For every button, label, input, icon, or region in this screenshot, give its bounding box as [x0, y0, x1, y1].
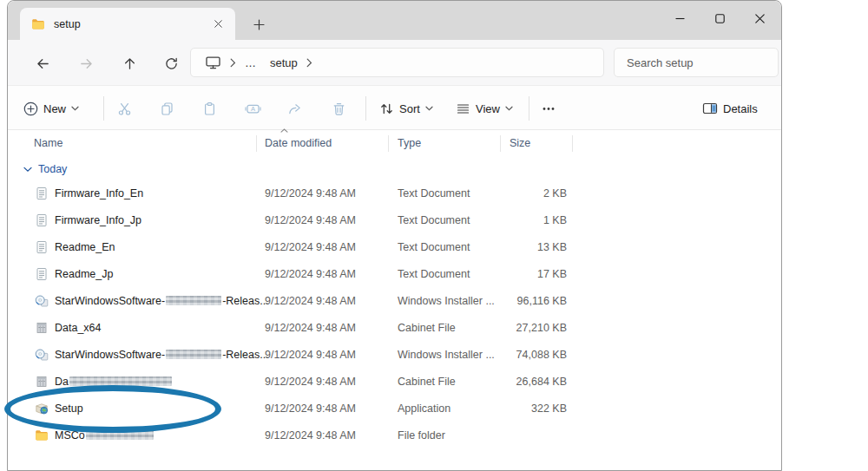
file-type: Cabinet File: [398, 322, 456, 334]
maximize-button[interactable]: [700, 1, 740, 36]
file-date-modified: 9/12/2024 9:48 AM: [265, 241, 356, 253]
file-row[interactable]: Firmware_Info_En9/12/2024 9:48 AMText Do…: [8, 180, 781, 207]
chevron-down-icon[interactable]: [23, 167, 32, 173]
file-date-modified: 9/12/2024 9:48 AM: [265, 402, 356, 415]
share-button[interactable]: [287, 95, 302, 122]
redacted-text: [69, 376, 172, 386]
windows-installer-icon: [35, 348, 49, 362]
file-row[interactable]: MSCo9/12/2024 9:48 AMFile folder: [8, 422, 781, 449]
new-tab-button[interactable]: [247, 13, 270, 36]
chevron-down-icon: [425, 106, 433, 111]
file-row[interactable]: StarWindowsSoftware--Releas...9/12/2024 …: [8, 342, 781, 369]
close-button[interactable]: [740, 1, 779, 36]
file-name: StarWindowsSoftware--Releas...: [55, 295, 269, 307]
refresh-button[interactable]: [159, 51, 183, 75]
file-date-modified: 9/12/2024 9:48 AM: [265, 295, 356, 307]
sort-button[interactable]: Sort: [379, 95, 433, 122]
paste-button[interactable]: [202, 95, 217, 122]
cabinet-file-icon: [35, 375, 49, 389]
plus-circle-icon: [23, 101, 38, 116]
column-separator[interactable]: [388, 135, 389, 152]
search-box[interactable]: [614, 48, 779, 77]
file-row[interactable]: StarWindowsSoftware--Releas...9/12/2024 …: [8, 288, 781, 315]
command-bar: New A Sort View Details: [8, 85, 781, 130]
details-panel-icon: [702, 101, 718, 115]
up-button[interactable]: [117, 51, 141, 75]
new-label: New: [43, 102, 66, 115]
file-size: 2 KB: [459, 187, 567, 200]
file-date-modified: 9/12/2024 9:48 AM: [265, 376, 356, 388]
file-name: Readme_En: [55, 241, 115, 253]
view-button[interactable]: View: [456, 95, 513, 122]
text-document-icon: [35, 186, 49, 200]
copy-icon: [160, 101, 174, 116]
file-size: 13 KB: [459, 241, 567, 253]
file-type: Application: [398, 402, 450, 415]
file-name: Setup: [55, 402, 83, 415]
rename-button[interactable]: A: [245, 95, 261, 122]
minimize-button[interactable]: [660, 1, 700, 36]
file-row[interactable]: Firmware_Info_Jp9/12/2024 9:48 AMText Do…: [8, 207, 781, 234]
breadcrumb-ellipsis[interactable]: …: [241, 56, 260, 69]
chevron-down-icon: [71, 106, 79, 111]
file-date-modified: 9/12/2024 9:48 AM: [265, 268, 356, 280]
sort-icon: [379, 101, 394, 116]
share-icon: [287, 101, 302, 116]
group-row-today[interactable]: Today: [8, 158, 67, 180]
redacted-text: [86, 430, 154, 440]
column-header-size[interactable]: Size: [510, 130, 530, 156]
more-icon: [541, 101, 556, 116]
column-separator[interactable]: [500, 135, 501, 152]
back-button[interactable]: [30, 51, 55, 75]
explorer-tab-setup[interactable]: setup: [20, 8, 235, 40]
navigation-bar: … setup: [8, 40, 781, 85]
file-row[interactable]: Data_x649/12/2024 9:48 AMCabinet File27,…: [8, 315, 781, 342]
redacted-text: [166, 296, 221, 305]
cabinet-file-icon: [35, 321, 49, 335]
text-document-icon: [35, 267, 49, 281]
toolbar-divider: [529, 96, 529, 121]
file-date-modified: 9/12/2024 9:48 AM: [265, 187, 356, 200]
tab-title: setup: [54, 18, 207, 30]
file-name: Firmware_Info_Jp: [55, 214, 141, 226]
file-row[interactable]: Readme_En9/12/2024 9:48 AMText Document1…: [8, 234, 781, 261]
new-button[interactable]: New: [23, 95, 79, 122]
column-header-type[interactable]: Type: [398, 130, 421, 156]
delete-button[interactable]: [332, 95, 346, 122]
column-header-date-modified[interactable]: Date modified: [265, 130, 332, 156]
file-size: 17 KB: [459, 268, 567, 280]
file-name: Readme_Jp: [55, 268, 113, 280]
list-header: Name Date modified Type Size: [8, 130, 781, 156]
address-bar[interactable]: … setup: [190, 48, 604, 77]
column-header-name[interactable]: Name: [34, 130, 62, 156]
file-date-modified: 9/12/2024 9:48 AM: [265, 322, 356, 334]
copy-button[interactable]: [160, 95, 174, 122]
file-size: 26,684 KB: [459, 376, 567, 388]
file-date-modified: 9/12/2024 9:48 AM: [265, 214, 356, 226]
file-row[interactable]: Da9/12/2024 9:48 AMCabinet File26,684 KB: [8, 369, 781, 396]
titlebar: setup: [8, 1, 781, 40]
file-row[interactable]: Readme_Jp9/12/2024 9:48 AMText Document1…: [8, 261, 781, 288]
setup-application-icon: [35, 402, 49, 415]
cut-button[interactable]: [117, 95, 132, 122]
windows-installer-icon: [35, 294, 49, 308]
toolbar-divider: [365, 96, 366, 121]
redacted-text: [166, 350, 221, 359]
forward-button[interactable]: [74, 51, 98, 75]
search-input[interactable]: [627, 56, 766, 69]
column-separator[interactable]: [256, 135, 257, 152]
this-pc-icon[interactable]: [201, 56, 225, 69]
chevron-right-icon: [230, 58, 236, 68]
details-toggle[interactable]: Details: [702, 95, 763, 122]
see-more-button[interactable]: [541, 95, 556, 122]
view-icon: [456, 101, 470, 116]
file-name: StarWindowsSoftware--Releas...: [55, 349, 269, 361]
tab-close-icon[interactable]: [207, 14, 228, 35]
cut-icon: [117, 101, 132, 116]
details-label: Details: [723, 102, 758, 115]
column-separator[interactable]: [572, 135, 573, 152]
breadcrumb-setup[interactable]: setup: [266, 56, 301, 69]
file-row[interactable]: Setup9/12/2024 9:48 AMApplication322 KB: [8, 396, 781, 422]
chevron-down-icon: [505, 106, 513, 111]
file-date-modified: 9/12/2024 9:48 AM: [265, 429, 356, 442]
